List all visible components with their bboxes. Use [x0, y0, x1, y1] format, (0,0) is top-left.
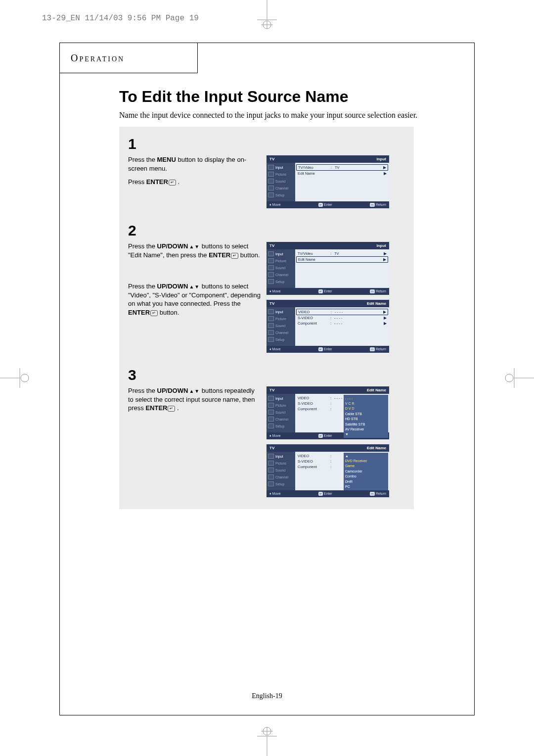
- step-text: Press the UP/DOWN buttons repeatedly to …: [128, 386, 262, 418]
- intro-text: Name the input device connected to the i…: [119, 111, 459, 120]
- crop-mark-bottom: [252, 726, 282, 756]
- osd-menu-channel: Channel: [267, 185, 295, 191]
- enter-icon: ↵: [150, 310, 158, 316]
- step-number: 3: [128, 367, 405, 383]
- osd-screenshot-2a: TVInput Input Picture Sound Channel Setu…: [267, 242, 389, 295]
- svg-point-12: [21, 374, 29, 382]
- enter-icon: ↵: [231, 253, 238, 259]
- step-number: 2: [128, 222, 405, 239]
- osd-menu-setup: Setup: [267, 191, 295, 198]
- step-1: 1 Press the MENU button to display the o…: [128, 136, 405, 208]
- enter-icon: ↵: [168, 406, 175, 412]
- page-frame: Operation To Edit the Input Source Name …: [59, 43, 475, 715]
- osd-screenshot-2b: TVEdit Name Input Picture Sound Channel …: [267, 300, 389, 353]
- section-tab: Operation: [59, 43, 198, 73]
- osd-menu-picture: Picture: [267, 171, 295, 178]
- osd-screenshot-3a: TVEdit Name Input Picture Sound Channel …: [267, 386, 389, 439]
- osd-menu-input: Input: [267, 164, 295, 171]
- step-number: 1: [128, 136, 405, 152]
- print-header: 13-29_EN 11/14/03 9:56 PM Page 19: [42, 14, 199, 23]
- osd-dropdown: ▲ DVD Receiver Game Camcorder Combo DHR …: [344, 453, 388, 490]
- svg-point-15: [505, 374, 513, 382]
- steps-panel: 1 Press the MENU button to display the o…: [119, 127, 414, 509]
- step-3: 3 Press the UP/DOWN buttons repeatedly t…: [128, 367, 405, 497]
- step-2: 2 Press the UP/DOWN buttons to select "E…: [128, 222, 405, 353]
- page-title: To Edit the Input Source Name: [119, 88, 459, 106]
- crop-mark-left: [0, 363, 30, 393]
- step-text: Press the MENU button to display the on-…: [128, 155, 262, 191]
- enter-icon: ↵: [169, 180, 176, 186]
- osd-menu-sound: Sound: [267, 178, 295, 185]
- page-content: To Edit the Input Source Name Name the i…: [119, 88, 459, 509]
- osd-dropdown: - - - - V C R D V D Cable STB HD STB Sat…: [344, 395, 388, 438]
- crop-mark-right: [504, 363, 534, 393]
- step-text: Press the UP/DOWN buttons to select "Edi…: [128, 242, 262, 322]
- osd-screenshot-1: TVInput Input Picture Sound Channel Setu…: [267, 155, 389, 208]
- crop-mark-top: [252, 0, 282, 30]
- page-footer: English-19: [60, 692, 474, 700]
- osd-screenshot-3b: TVEdit Name Input Picture Sound Channel …: [267, 444, 389, 497]
